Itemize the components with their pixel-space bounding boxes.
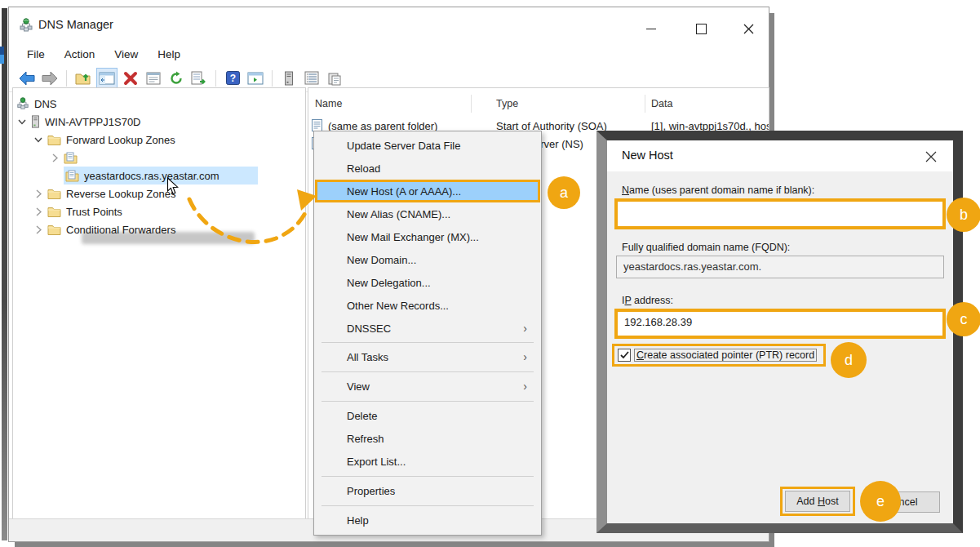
tree-item-conditional-forwarders[interactable]: Conditional Forwarders bbox=[33, 220, 175, 238]
back-button[interactable] bbox=[17, 69, 37, 88]
menu-item-export-list[interactable]: Export List... bbox=[315, 450, 540, 473]
export-list-button[interactable] bbox=[189, 69, 209, 88]
chevron-expanded-icon[interactable] bbox=[16, 116, 28, 127]
dns-root-icon bbox=[16, 97, 29, 110]
tree-item-forward-lookup-zones[interactable]: Forward Lookup Zones bbox=[33, 131, 175, 149]
name-input[interactable] bbox=[614, 198, 946, 229]
annotation-dashed-arrow bbox=[162, 185, 321, 255]
ptr-checkbox-label[interactable]: Create associated pointer (PTR) record bbox=[634, 349, 817, 362]
dialog-title: New Host bbox=[622, 149, 673, 162]
add-host-highlight-box: Add Host bbox=[780, 487, 855, 516]
title-bar[interactable]: DNS Manager bbox=[9, 7, 769, 43]
refresh-icon bbox=[169, 71, 184, 86]
list-view-button[interactable] bbox=[302, 69, 321, 88]
record-icon bbox=[312, 119, 322, 131]
tree-label: Conditional Forwarders bbox=[66, 224, 175, 236]
chevron-collapsed-icon[interactable] bbox=[33, 188, 44, 199]
tree-item-yeastardocs-zone[interactable]: yeastardocs.ras.yeastar.com bbox=[64, 167, 258, 185]
menu-item-help[interactable]: Help bbox=[315, 509, 540, 531]
menu-separator bbox=[321, 505, 534, 506]
fqdn-field-label: Fully qualified domain name (FQDN): bbox=[622, 242, 790, 253]
properties-button[interactable] bbox=[144, 69, 163, 88]
menu-item-all-tasks[interactable]: All Tasks› bbox=[315, 345, 540, 368]
show-console-tree-button[interactable] bbox=[96, 68, 118, 89]
show-action-pane-button[interactable] bbox=[246, 69, 265, 88]
properties-icon bbox=[146, 72, 161, 85]
window-title: DNS Manager bbox=[38, 18, 113, 31]
menu-item-new-mail-exchanger[interactable]: New Mail Exchanger (MX)... bbox=[315, 225, 540, 248]
background-fragment bbox=[0, 47, 4, 55]
menu-view[interactable]: View bbox=[104, 47, 148, 62]
tree-item-trust-points[interactable]: Trust Points bbox=[33, 202, 122, 220]
help-button[interactable]: ? bbox=[223, 69, 242, 88]
add-host-button[interactable]: Add Host bbox=[785, 491, 850, 512]
menu-item-view[interactable]: View› bbox=[315, 375, 540, 398]
dns-manager-app-icon bbox=[19, 18, 33, 33]
server-status-button[interactable] bbox=[279, 69, 299, 88]
menu-help[interactable]: Help bbox=[148, 47, 190, 62]
chevron-expanded-icon[interactable] bbox=[33, 134, 44, 145]
dialog-title-bar[interactable]: New Host bbox=[607, 140, 953, 171]
submenu-arrow-icon: › bbox=[523, 322, 527, 335]
menu-item-new-host[interactable]: New Host (A or AAAA)... bbox=[315, 180, 540, 202]
minimize-icon bbox=[646, 29, 656, 29]
menu-item-new-domain[interactable]: New Domain... bbox=[315, 248, 540, 271]
menu-action[interactable]: Action bbox=[55, 47, 105, 62]
menu-bar: File Action View Help bbox=[9, 43, 769, 64]
dialog-close-button[interactable] bbox=[924, 149, 938, 164]
maximize-button[interactable] bbox=[689, 21, 713, 36]
up-one-level-button[interactable] bbox=[73, 69, 93, 88]
background-window-edge bbox=[2, 8, 7, 540]
menu-separator bbox=[321, 401, 534, 402]
close-icon bbox=[743, 24, 754, 34]
menu-item-update-server-data-file[interactable]: Update Server Data File bbox=[315, 134, 540, 157]
clipboard-icon bbox=[327, 71, 342, 86]
column-header-type[interactable]: Type bbox=[496, 98, 518, 109]
delete-button[interactable] bbox=[121, 69, 140, 88]
submenu-arrow-icon: › bbox=[523, 350, 527, 363]
refresh-button[interactable] bbox=[166, 69, 186, 88]
tree-item-redacted-zone[interactable] bbox=[49, 149, 82, 167]
chevron-collapsed-icon[interactable] bbox=[33, 224, 44, 235]
svg-text:?: ? bbox=[229, 73, 235, 84]
tree-label: yeastardocs.ras.yeastar.com bbox=[84, 170, 219, 182]
menu-item-properties[interactable]: Properties bbox=[315, 479, 540, 502]
chevron-collapsed-icon[interactable] bbox=[33, 206, 44, 217]
zone-icon bbox=[65, 170, 79, 182]
step-badge-e: e bbox=[860, 481, 901, 522]
close-button[interactable] bbox=[736, 21, 760, 36]
column-separator[interactable] bbox=[471, 95, 472, 113]
menu-item-delete[interactable]: Delete bbox=[315, 404, 540, 427]
column-header-data[interactable]: Data bbox=[651, 98, 672, 109]
menu-item-new-alias[interactable]: New Alias (CNAME)... bbox=[315, 202, 540, 225]
ptr-checkbox[interactable] bbox=[618, 349, 631, 362]
fqdn-field: yeastardocs.ras.yeastar.com. bbox=[616, 256, 944, 278]
ip-field-label: IP address: bbox=[622, 295, 673, 306]
ip-address-value: 192.168.28.39 bbox=[618, 312, 942, 328]
copy-button[interactable] bbox=[325, 69, 344, 88]
tree-item-server[interactable]: WIN-AVTPPJ1S70D bbox=[16, 113, 141, 131]
new-host-dialog: New Host Name (uses parent domain name i… bbox=[596, 131, 963, 533]
toolbar-separator bbox=[215, 70, 216, 87]
tree-label: WIN-AVTPPJ1S70D bbox=[45, 116, 141, 128]
tree-item-dns-root[interactable]: DNS bbox=[16, 95, 56, 113]
name-input-value bbox=[618, 202, 942, 206]
menu-item-other-new-records[interactable]: Other New Records... bbox=[315, 294, 540, 317]
export-list-icon bbox=[191, 71, 207, 85]
menu-item-refresh[interactable]: Refresh bbox=[315, 427, 540, 450]
ptr-checkbox-group: Create associated pointer (PTR) record bbox=[612, 344, 826, 367]
column-separator[interactable] bbox=[645, 95, 645, 113]
menu-item-new-delegation[interactable]: New Delegation... bbox=[315, 271, 540, 294]
forward-button[interactable] bbox=[40, 69, 60, 88]
menu-item-reload[interactable]: Reload bbox=[315, 157, 540, 180]
chevron-collapsed-icon[interactable] bbox=[49, 152, 60, 163]
ip-address-input[interactable]: 192.168.28.39 bbox=[614, 309, 946, 339]
forward-arrow-icon bbox=[42, 71, 58, 86]
menu-separator bbox=[321, 476, 534, 477]
step-badge-b: b bbox=[947, 198, 980, 232]
tree-item-reverse-lookup-zones[interactable]: Reverse Lookup Zones bbox=[33, 185, 175, 202]
menu-file[interactable]: File bbox=[17, 47, 55, 62]
minimize-button[interactable] bbox=[639, 21, 663, 36]
menu-item-dnssec[interactable]: DNSSEC› bbox=[315, 317, 540, 340]
column-header-name[interactable]: Name bbox=[315, 98, 342, 109]
